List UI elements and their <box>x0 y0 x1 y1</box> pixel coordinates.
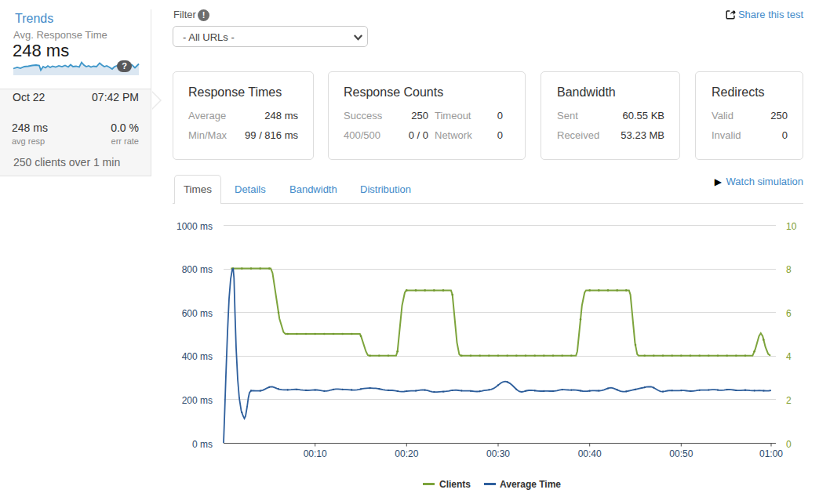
svg-text:800 ms: 800 ms <box>182 264 213 275</box>
svg-text:01:00: 01:00 <box>759 448 783 459</box>
svg-text:4: 4 <box>786 351 792 362</box>
svg-text:400 ms: 400 ms <box>182 351 213 362</box>
svg-text:600 ms: 600 ms <box>182 308 213 319</box>
svg-text:10: 10 <box>786 221 797 232</box>
svg-text:00:30: 00:30 <box>486 448 510 459</box>
svg-text:Average Time: Average Time <box>500 479 561 490</box>
svg-text:Clients: Clients <box>439 479 471 490</box>
svg-text:00:10: 00:10 <box>304 448 327 459</box>
svg-text:1000 ms: 1000 ms <box>177 221 213 232</box>
svg-text:0: 0 <box>786 439 792 450</box>
svg-text:0 ms: 0 ms <box>192 439 213 450</box>
svg-text:00:50: 00:50 <box>669 448 693 459</box>
svg-text:200 ms: 200 ms <box>182 395 213 406</box>
svg-text:00:20: 00:20 <box>395 448 418 459</box>
svg-text:00:40: 00:40 <box>578 448 602 459</box>
svg-text:6: 6 <box>786 308 792 319</box>
svg-text:2: 2 <box>786 395 792 406</box>
svg-text:8: 8 <box>786 264 792 275</box>
